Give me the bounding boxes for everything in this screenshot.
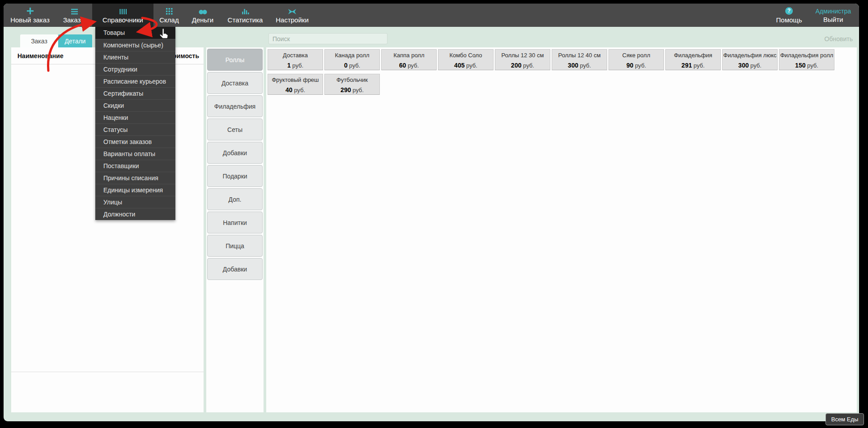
dropdown-item[interactable]: Единицы измерения bbox=[95, 184, 175, 196]
product-tile[interactable]: Филадельфия ролл 150 руб. bbox=[779, 49, 834, 70]
product-price: 40 руб. bbox=[268, 86, 323, 93]
products-panel: Доставка 1 руб. Канада ролл 0 руб. Каппа… bbox=[266, 47, 857, 412]
screen: { "nav": { "items": [ { "label": "Новый … bbox=[0, 0, 868, 428]
tab-details[interactable]: Детали bbox=[58, 34, 92, 47]
nav-item-money[interactable]: Деньги bbox=[185, 4, 221, 27]
product-name: Фруктовый фреш bbox=[268, 76, 323, 83]
product-price-unit: руб. bbox=[694, 62, 705, 69]
product-price-value: 300 bbox=[738, 62, 749, 69]
category-button[interactable]: Добавки bbox=[207, 258, 263, 280]
dropdown-item[interactable]: Компоненты (сырье) bbox=[95, 39, 175, 51]
logout-button[interactable]: Выйти bbox=[823, 16, 843, 23]
brand-badge: Всем Еды bbox=[825, 413, 864, 425]
nav-item-new-order[interactable]: Новый заказ bbox=[4, 4, 56, 27]
grid-icon bbox=[166, 7, 173, 15]
nav-label: Деньги bbox=[192, 16, 213, 24]
nav-label: Настройки bbox=[276, 16, 309, 24]
product-price-value: 300 bbox=[568, 62, 578, 69]
dropdown-item[interactable]: Сотрудники bbox=[95, 63, 175, 75]
product-name: Роллы 12 30 см bbox=[495, 52, 550, 59]
product-tile[interactable]: Фруктовый фреш 40 руб. bbox=[268, 74, 323, 95]
refresh-button[interactable]: Обновить bbox=[825, 33, 853, 44]
product-name: Филадельфия bbox=[666, 52, 720, 59]
dropdown-item[interactable]: Клиенты bbox=[95, 51, 175, 63]
dropdown-item[interactable]: Варианты оплаты bbox=[95, 148, 175, 160]
product-name: Роллы 12 40 см bbox=[552, 52, 607, 59]
nav-item-warehouse[interactable]: Склад bbox=[153, 4, 185, 27]
tab-order[interactable]: Заказ bbox=[20, 34, 58, 47]
user-name: Администра bbox=[816, 8, 851, 15]
dropdown-item[interactable]: Отметки заказов bbox=[95, 136, 175, 148]
category-button[interactable]: Сеты bbox=[207, 119, 263, 140]
category-button[interactable]: Доп. bbox=[207, 188, 263, 210]
product-tile[interactable]: Канада ролл 0 руб. bbox=[324, 49, 380, 70]
product-price-value: 290 bbox=[340, 86, 351, 93]
category-button[interactable]: Роллы bbox=[207, 49, 263, 71]
category-panel: РоллыДоставкаФиладельфияСетыДобавкиПодар… bbox=[206, 47, 264, 412]
column-header-name: Наименование bbox=[17, 52, 64, 59]
category-button[interactable]: Добавки bbox=[207, 142, 263, 164]
product-price-unit: руб. bbox=[408, 62, 419, 69]
tab-label: Заказ bbox=[31, 38, 47, 45]
category-button[interactable]: Филадельфия bbox=[207, 95, 263, 117]
dropdown-item[interactable]: Расписание курьеров bbox=[95, 75, 175, 87]
search-input[interactable] bbox=[268, 33, 387, 44]
product-tile[interactable]: Доставка 1 руб. bbox=[268, 49, 323, 70]
category-button[interactable]: Доставка bbox=[207, 72, 263, 94]
product-tile[interactable]: Сяке ролл 90 руб. bbox=[608, 49, 664, 70]
dropdown-item[interactable]: Причины списания bbox=[95, 172, 175, 184]
dropdown-item[interactable]: Должности bbox=[95, 208, 175, 220]
product-name: Комбо Соло bbox=[438, 52, 493, 59]
product-price-unit: руб. bbox=[750, 62, 762, 69]
product-price-value: 200 bbox=[511, 62, 521, 69]
product-price-unit: руб. bbox=[294, 87, 305, 93]
product-tiles: Доставка 1 руб. Канада ролл 0 руб. Каппа… bbox=[268, 49, 855, 95]
plus-icon bbox=[26, 7, 34, 15]
product-tile[interactable]: Каппа ролл 60 руб. bbox=[381, 49, 437, 70]
nav-item-help[interactable]: ? Помощь bbox=[776, 7, 802, 24]
product-price-value: 0 bbox=[344, 62, 348, 69]
dropdown-item[interactable]: Скидки bbox=[95, 99, 175, 111]
product-price-unit: руб. bbox=[349, 62, 360, 69]
product-tile[interactable]: Футбольчик 290 руб. bbox=[324, 74, 380, 95]
product-tile[interactable]: Комбо Соло 405 руб. bbox=[438, 49, 494, 70]
nav-item-settings[interactable]: Настройки bbox=[270, 4, 315, 27]
nav-label: Склад bbox=[159, 16, 179, 24]
product-price-unit: руб. bbox=[807, 62, 818, 69]
dropdown-item[interactable]: Сертификаты bbox=[95, 87, 175, 99]
dropdown-item[interactable]: Статусы bbox=[95, 123, 175, 136]
product-price: 1 руб. bbox=[268, 62, 323, 69]
product-tile[interactable]: Роллы 12 40 см 300 руб. bbox=[552, 49, 607, 70]
nav-item-statistics[interactable]: Статистика bbox=[221, 4, 270, 27]
product-tile[interactable]: Филадельфия 291 руб. bbox=[665, 49, 721, 70]
nav-item-directories[interactable]: Справочники ТоварыКомпоненты (сырье)Клие… bbox=[92, 4, 153, 27]
category-button[interactable]: Подарки bbox=[207, 165, 263, 187]
product-price-unit: руб. bbox=[635, 62, 646, 69]
dropdown-item[interactable]: Товары bbox=[95, 27, 175, 39]
product-price: 90 руб. bbox=[609, 62, 664, 69]
product-price-unit: руб. bbox=[353, 87, 364, 93]
product-tile[interactable]: Филадельфия люкс 300 руб. bbox=[722, 49, 778, 70]
product-price-value: 150 bbox=[795, 62, 805, 69]
product-name: Сяке ролл bbox=[609, 52, 664, 59]
dropdown-item[interactable]: Поставщики bbox=[95, 160, 175, 172]
list-icon bbox=[71, 7, 78, 15]
product-price-unit: руб. bbox=[292, 62, 303, 69]
directories-dropdown-menu: ТоварыКомпоненты (сырье)КлиентыСотрудник… bbox=[95, 27, 175, 220]
product-name: Филадельфия ролл bbox=[779, 52, 834, 59]
wrench-icon bbox=[288, 7, 297, 15]
category-button[interactable]: Пицца bbox=[207, 235, 263, 257]
product-price: 291 руб. bbox=[666, 62, 720, 69]
product-price-unit: руб. bbox=[580, 62, 591, 69]
product-name: Филадельфия люкс bbox=[723, 52, 777, 59]
dropdown-item[interactable]: Улицы bbox=[95, 196, 175, 208]
product-tile[interactable]: Роллы 12 30 см 200 руб. bbox=[495, 49, 550, 70]
product-price-value: 291 bbox=[681, 62, 692, 69]
category-button[interactable]: Напитки bbox=[207, 212, 263, 233]
product-name: Каппа ролл bbox=[382, 52, 436, 59]
tab-label: Детали bbox=[65, 38, 86, 45]
nav-item-orders[interactable]: Заказы bbox=[56, 4, 92, 27]
product-price-value: 90 bbox=[626, 62, 634, 69]
dropdown-item[interactable]: Наценки bbox=[95, 111, 175, 123]
product-price: 300 руб. bbox=[552, 62, 607, 69]
